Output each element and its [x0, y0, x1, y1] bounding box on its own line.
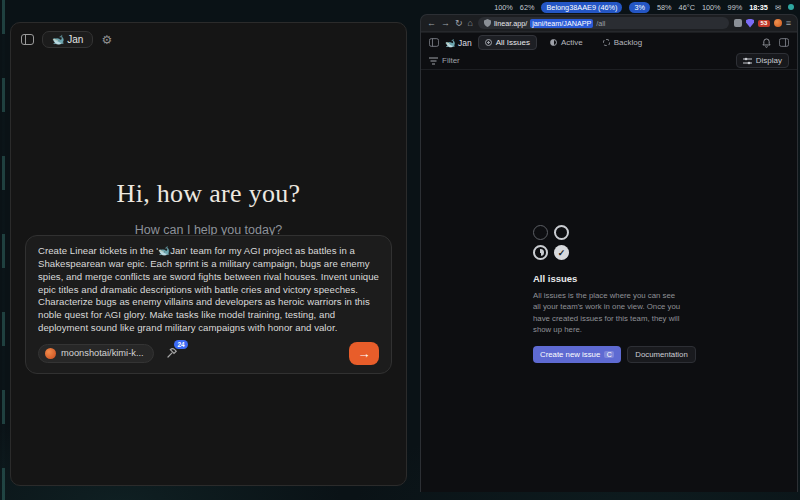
back-icon: ←: [427, 19, 436, 28]
empty-state-actions: Create new issue C Documentation: [533, 346, 703, 363]
greeting-title: Hi, how are you?: [11, 179, 406, 209]
jan-app-window: 🐋 Jan ⚙ Hi, how are you? How can I help …: [10, 22, 407, 486]
backlog-tab-icon: [603, 39, 610, 46]
composer-toolbar: moonshotai/kimi-k... 24 →: [38, 342, 379, 365]
all-issues-icon: [485, 39, 492, 46]
half-done-status-icon: [533, 245, 548, 260]
extension-area: 53 ≡: [734, 18, 791, 28]
tab-backlog[interactable]: Backlog: [596, 35, 649, 50]
team-selector-label: 🐋 Jan: [52, 34, 83, 45]
status-battery-4: 99%: [728, 3, 743, 12]
url-suffix: /all: [596, 19, 605, 28]
send-arrow-icon: →: [358, 346, 371, 361]
status-temperature: 46°C: [679, 3, 695, 12]
greeting-block: Hi, how are you? How can I help you toda…: [11, 179, 406, 237]
filter-icon: [429, 57, 438, 65]
prompt-composer: Create Linear tickets in the '🐋Jan' team…: [25, 235, 392, 374]
reload-button[interactable]: ↻: [455, 19, 463, 28]
panel-right-icon: [779, 38, 789, 47]
hammer-icon: [166, 347, 178, 359]
empty-state-title: All issues: [533, 273, 703, 284]
reload-icon: ↻: [455, 19, 463, 28]
clock: 18:35: [749, 3, 768, 12]
status-dot-icon: [788, 4, 794, 10]
display-label: Display: [756, 56, 782, 65]
send-button[interactable]: →: [349, 342, 379, 365]
status-battery-3: 100%: [702, 3, 721, 12]
tab-active[interactable]: Active: [543, 35, 590, 50]
linear-top-bar: 🐋 Jan All Issues Active Backlog: [421, 33, 797, 52]
done-status-icon: ✓: [554, 245, 569, 260]
documentation-label: Documentation: [635, 350, 687, 359]
in-progress-status-icon: [554, 225, 569, 240]
bell-icon: [762, 38, 771, 48]
issue-status-icons: ✓: [533, 225, 573, 260]
notifications-button[interactable]: [762, 38, 771, 48]
documentation-button[interactable]: Documentation: [627, 346, 695, 363]
linear-sidebar-toggle[interactable]: [429, 38, 439, 47]
create-new-issue-button[interactable]: Create new issue C: [533, 346, 621, 363]
empty-state: ✓ All issues All issues is the place whe…: [533, 225, 703, 363]
check-icon: ✓: [558, 248, 566, 258]
home-icon: ⌂: [468, 19, 473, 28]
model-selector-label: moonshotai/kimi-k...: [61, 348, 144, 358]
sidebar-toggle-button[interactable]: [21, 34, 34, 45]
adblock-badge[interactable]: 53: [758, 20, 770, 27]
tab-all-issues-label: All Issues: [496, 38, 530, 47]
tools-count-badge: 24: [174, 340, 187, 349]
linear-team-label: 🐋 Jan: [445, 38, 472, 48]
filter-button[interactable]: Filter: [429, 56, 460, 65]
status-brightness: 3%: [629, 2, 650, 13]
jan-header: 🐋 Jan ⚙: [11, 23, 406, 56]
tab-active-label: Active: [561, 38, 583, 47]
menu-icon: ≡: [786, 18, 791, 28]
home-button[interactable]: ⌂: [468, 19, 473, 28]
tools-button[interactable]: 24: [166, 347, 178, 359]
linear-app: 🐋 Jan All Issues Active Backlog: [421, 33, 797, 492]
empty-state-description: All issues is the place where you can se…: [533, 290, 685, 335]
url-selected-text: jani/team/JANAPP: [530, 19, 593, 28]
browser-menu-button[interactable]: ≡: [786, 18, 791, 28]
browser-toolbar: ← → ↻ ⌂ linear.app/ jani/team/JANAPP /al…: [421, 15, 797, 32]
linear-top-right: [762, 38, 789, 48]
status-network: Belong38AAE9 (46%): [541, 2, 622, 13]
right-panel-button[interactable]: [779, 38, 789, 47]
sliders-icon: [743, 57, 752, 65]
panel-icon: [429, 38, 439, 47]
back-button[interactable]: ←: [427, 19, 436, 28]
gear-icon: ⚙: [101, 34, 112, 46]
status-battery-1: 100%: [494, 3, 513, 12]
linear-filter-bar: Filter Display: [421, 52, 797, 70]
moonshot-logo-icon: [45, 348, 56, 359]
todo-status-icon: [533, 225, 548, 240]
tab-backlog-label: Backlog: [614, 38, 642, 47]
profile-avatar[interactable]: [774, 19, 782, 27]
settings-button[interactable]: ⚙: [101, 34, 112, 46]
shield-icon: [484, 19, 491, 27]
system-status-bar: 100% 62% Belong38AAE9 (46%) 3% 58% 46°C …: [420, 0, 800, 14]
privacy-shield-icon[interactable]: [746, 19, 754, 28]
filter-label: Filter: [442, 56, 460, 65]
extensions-puzzle-icon[interactable]: [734, 19, 742, 27]
forward-icon: →: [441, 19, 450, 28]
create-new-issue-label: Create new issue: [540, 350, 600, 359]
mail-icon: ✉: [775, 3, 781, 12]
desktop-edge-texture: [2, 0, 5, 500]
url-domain: linear.app/: [494, 19, 527, 28]
tab-all-issues[interactable]: All Issues: [478, 35, 537, 50]
browser-window: ← → ↻ ⌂ linear.app/ jani/team/JANAPP /al…: [420, 14, 798, 492]
status-volume: 58%: [657, 3, 672, 12]
status-battery-2: 62%: [520, 3, 535, 12]
display-button[interactable]: Display: [736, 53, 789, 68]
prompt-input[interactable]: Create Linear tickets in the '🐋Jan' team…: [38, 245, 379, 335]
forward-button[interactable]: →: [441, 19, 450, 28]
team-selector[interactable]: 🐋 Jan: [42, 31, 93, 48]
active-tab-icon: [550, 39, 557, 46]
address-bar[interactable]: linear.app/ jani/team/JANAPP /all: [478, 17, 729, 29]
shortcut-badge: C: [604, 351, 614, 358]
model-selector[interactable]: moonshotai/kimi-k...: [38, 344, 154, 363]
sidebar-toggle-icon: [21, 34, 34, 45]
